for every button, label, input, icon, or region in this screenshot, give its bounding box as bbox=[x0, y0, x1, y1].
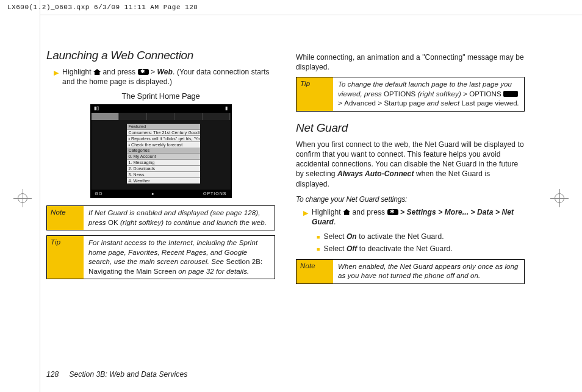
rt5: and select bbox=[425, 99, 462, 107]
page-header-line: LX600(1.2)_0603.qxp 6/3/09 11:11 AM Page… bbox=[7, 4, 198, 11]
square-bullet-icon: ■ bbox=[317, 233, 320, 241]
phone-options: OPTIONS bbox=[203, 191, 227, 196]
rt3: > bbox=[338, 99, 344, 107]
phone-dot: ● bbox=[151, 191, 154, 196]
sprint-home-heading: The Sprint Home Page bbox=[46, 91, 275, 101]
page-footer: 128 Section 3B: Web and Data Services bbox=[46, 370, 187, 379]
section-label: Section 3B: Web and Data Services bbox=[69, 370, 187, 379]
phone-item-3: 3. News bbox=[127, 171, 200, 177]
page-number: 128 bbox=[46, 370, 67, 379]
signal-icon: ▮▯ bbox=[94, 105, 99, 113]
rb-dot: . bbox=[334, 218, 336, 226]
rt-o2: OPTIONS bbox=[469, 90, 501, 98]
rb-pre: Highlight bbox=[312, 208, 343, 216]
right-intro: While connecting, an animation and a "Co… bbox=[296, 52, 525, 72]
tip-t2: on page 32 for details. bbox=[176, 268, 249, 275]
right-tip-box: Tip To change the default launch page to… bbox=[296, 77, 525, 112]
note-label: Note bbox=[47, 206, 84, 230]
rt2: (right softkey) > bbox=[415, 90, 469, 98]
rb-mid: and press bbox=[353, 208, 387, 216]
home-icon bbox=[343, 209, 350, 215]
off-a: Select bbox=[324, 244, 347, 253]
phone-cats-label: Categories bbox=[127, 148, 200, 153]
tip-label-r: Tip bbox=[296, 77, 333, 111]
crop-guide-left bbox=[40, 0, 40, 392]
phone-item-0: 0. My Account bbox=[127, 153, 200, 159]
right-main-bullet: ▶ Highlight and press > Settings > More.… bbox=[303, 207, 525, 227]
right-note-box: Note When enabled, the Net Guard appears… bbox=[296, 259, 525, 284]
triangle-bullet-icon: ▶ bbox=[54, 68, 59, 77]
softkey-wide-icon bbox=[503, 91, 518, 97]
bullet-text-mid: and press bbox=[103, 68, 138, 76]
bullet-link: Web bbox=[157, 68, 173, 76]
phone-item-4: 4. Weather bbox=[127, 177, 200, 184]
phone-go: GO bbox=[95, 191, 103, 196]
left-tip-box: Tip For instant access to the Internet, … bbox=[46, 235, 275, 279]
phone-screenshot: ▮▯▮ Featured Consumers: The 21st Century… bbox=[90, 104, 232, 198]
on-c: to activate the Net Guard. bbox=[357, 232, 444, 241]
gt: > bbox=[151, 68, 157, 76]
on-a: Select bbox=[324, 232, 347, 241]
off-b: Off bbox=[347, 244, 357, 253]
right-column: While connecting, an animation and a "Co… bbox=[296, 49, 525, 289]
phone-item-1: 1. Messaging bbox=[127, 159, 200, 165]
softkey-icon bbox=[138, 69, 149, 75]
right-ital-heading: To change your Net Guard settings: bbox=[296, 195, 525, 204]
phone-featured-label: Featured bbox=[127, 124, 200, 129]
phone-line2: • Reporters call it "clicks" get his, 'Y… bbox=[127, 135, 200, 141]
softkey-icon bbox=[387, 209, 398, 215]
rt4: > bbox=[376, 99, 384, 107]
crop-guide-top bbox=[40, 15, 582, 15]
note-body-r: When enabled, the Net Guard appears only… bbox=[333, 260, 524, 283]
on-b: On bbox=[347, 232, 357, 241]
tip-label: Tip bbox=[47, 236, 84, 279]
rt-sp: Startup page bbox=[384, 99, 425, 107]
crop-mark-left bbox=[13, 189, 32, 207]
left-column: Launching a Web Connection ▶ Highlight a… bbox=[46, 49, 275, 289]
left-main-bullet: ▶ Highlight and press > Web. (Your data … bbox=[54, 67, 275, 87]
note-t2: (right softkey) to continue and launch t… bbox=[118, 219, 267, 226]
square-bullet-icon: ■ bbox=[317, 246, 320, 253]
p1b: Always Auto-Connect bbox=[337, 169, 414, 178]
battery-icon: ▮ bbox=[225, 105, 228, 113]
sub-off: ■ Select Off to deactivate the Net Guard… bbox=[317, 244, 525, 254]
right-title: Net Guard bbox=[296, 121, 525, 135]
left-title: Launching a Web Connection bbox=[46, 49, 275, 62]
phone-item-2: 2. Downloads bbox=[127, 165, 200, 171]
off-c: to deactivate the Net Guard. bbox=[357, 244, 452, 253]
rt-lpv: Last page viewed bbox=[462, 99, 517, 107]
home-icon bbox=[93, 69, 101, 75]
phone-line1: Consumers: The 21st Century Goodies bbox=[127, 129, 200, 135]
page-content: Launching a Web Connection ▶ Highlight a… bbox=[46, 17, 564, 380]
triangle-bullet-icon: ▶ bbox=[303, 208, 308, 218]
note-label-r: Note bbox=[296, 260, 333, 283]
sub-on: ■ Select On to activate the Net Guard. bbox=[317, 232, 525, 241]
rt6: . bbox=[517, 99, 519, 107]
left-note-box: Note If Net Guard is enabled and display… bbox=[46, 205, 275, 230]
note-ok: OK bbox=[108, 219, 118, 226]
bullet-text-pre: Highlight bbox=[62, 68, 93, 76]
rt-o1: OPTIONS bbox=[384, 90, 415, 98]
phone-line3: • Check the weekly forecast bbox=[127, 141, 200, 148]
rt-adv: Advanced bbox=[344, 99, 376, 107]
